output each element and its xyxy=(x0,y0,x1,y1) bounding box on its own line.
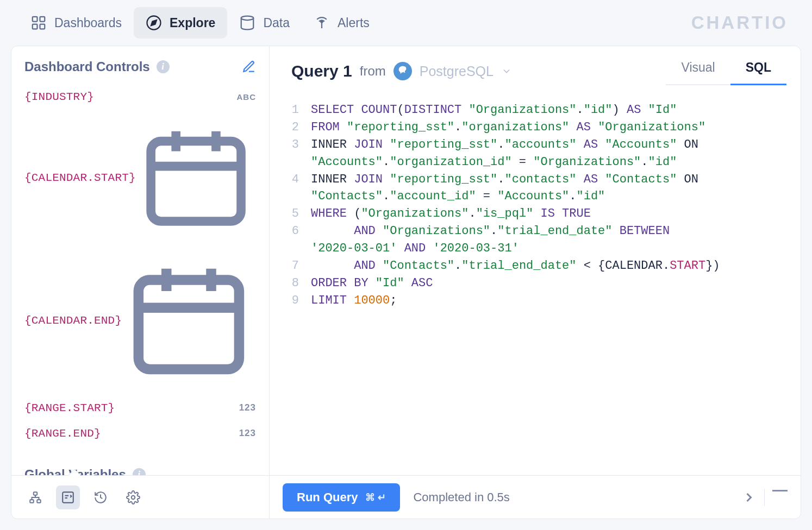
svg-rect-18 xyxy=(63,492,73,503)
postgres-icon xyxy=(393,62,412,80)
pencil-icon[interactable] xyxy=(242,60,256,74)
database-icon xyxy=(239,15,255,31)
from-label: from xyxy=(360,64,386,79)
gear-icon[interactable] xyxy=(121,485,145,509)
control-variable[interactable]: {INDUSTRY}ABC xyxy=(24,84,256,110)
nav-data[interactable]: Data xyxy=(227,7,302,39)
info-icon[interactable]: i xyxy=(157,60,170,73)
editor-card: Dashboard Controls i {INDUSTRY}ABC{CALEN… xyxy=(11,46,801,519)
svg-point-19 xyxy=(132,495,135,499)
nav-label: Dashboards xyxy=(54,16,122,30)
line-gutter: 1 2 3 4 5 6 7 8 9 xyxy=(289,102,311,475)
code-content[interactable]: SELECT COUNT(DISTINCT "Organizations"."i… xyxy=(311,102,720,475)
svg-marker-5 xyxy=(151,20,157,26)
svg-rect-0 xyxy=(33,17,38,22)
run-shortcut: ⌘ ↵ xyxy=(365,491,386,503)
control-variable[interactable]: {RANGE.START}123 xyxy=(24,395,256,421)
type-number-icon: 123 xyxy=(239,402,256,413)
sql-editor[interactable]: 1 2 3 4 5 6 7 8 9 SELECT COUNT(DISTINCT … xyxy=(284,102,786,475)
svg-rect-1 xyxy=(40,17,45,22)
nav-label: Data xyxy=(263,16,290,30)
nav-label: Alerts xyxy=(338,16,370,30)
variable-label: {RANGE.END} xyxy=(24,427,101,440)
control-variable[interactable]: {CALENDAR.END} xyxy=(24,245,256,395)
variable-label: {CALENDAR.END} xyxy=(24,314,122,327)
type-number-icon: 123 xyxy=(239,428,256,439)
variable-label: {INDUSTRY} xyxy=(24,91,94,103)
svg-rect-3 xyxy=(40,24,45,29)
svg-rect-2 xyxy=(33,24,38,29)
history-icon[interactable] xyxy=(89,485,113,509)
query-panel: Query 1 from PostgreSQL Visual SQL 1 xyxy=(270,46,801,475)
tree-icon[interactable] xyxy=(23,485,47,509)
svg-point-6 xyxy=(241,16,254,21)
query-title: Query 1 xyxy=(291,62,352,80)
nav-dashboards[interactable]: Dashboards xyxy=(18,7,134,39)
nav-explore[interactable]: Explore xyxy=(134,7,227,39)
calendar-icon xyxy=(136,116,256,239)
svg-rect-9 xyxy=(139,280,239,370)
chevron-right-icon[interactable] xyxy=(741,490,757,505)
info-icon[interactable]: i xyxy=(133,468,146,475)
nav-label: Explore xyxy=(170,16,215,30)
query-status: Completed in 0.5s xyxy=(413,490,509,504)
calendar-icon xyxy=(122,252,256,389)
run-query-button[interactable]: Run Query ⌘ ↵ xyxy=(283,483,400,512)
control-variable[interactable]: {CALENDAR.START} xyxy=(24,110,256,245)
controls-sidebar: Dashboard Controls i {INDUSTRY}ABC{CALEN… xyxy=(11,46,270,475)
brand-logo: CHARTIO xyxy=(691,12,794,33)
tab-visual[interactable]: Visual xyxy=(666,57,730,85)
tab-sql[interactable]: SQL xyxy=(730,57,786,85)
svg-rect-8 xyxy=(151,141,241,221)
svg-rect-15 xyxy=(34,492,38,495)
footer-bar: Run Query ⌘ ↵ Completed in 0.5s — xyxy=(11,475,801,519)
control-variable[interactable]: {RANGE.END}123 xyxy=(24,421,256,446)
variable-label: {RANGE.START} xyxy=(24,402,115,414)
run-label: Run Query xyxy=(297,490,358,504)
nav-alerts[interactable]: Alerts xyxy=(302,7,382,39)
svg-rect-16 xyxy=(30,500,34,502)
antenna-icon xyxy=(314,15,330,31)
chevron-down-icon[interactable] xyxy=(501,66,512,77)
compass-icon xyxy=(146,15,162,31)
variable-panel-icon[interactable] xyxy=(56,485,80,509)
minimize-icon[interactable]: — xyxy=(772,490,788,505)
top-nav: Dashboards Explore Data xyxy=(0,0,812,46)
datasource-name[interactable]: PostgreSQL xyxy=(420,64,494,79)
section-title: Dashboard Controls xyxy=(24,59,150,74)
svg-rect-17 xyxy=(37,500,41,502)
variable-label: {CALENDAR.START} xyxy=(24,172,136,184)
type-text-icon: ABC xyxy=(237,92,257,103)
dashboards-icon xyxy=(30,15,47,31)
